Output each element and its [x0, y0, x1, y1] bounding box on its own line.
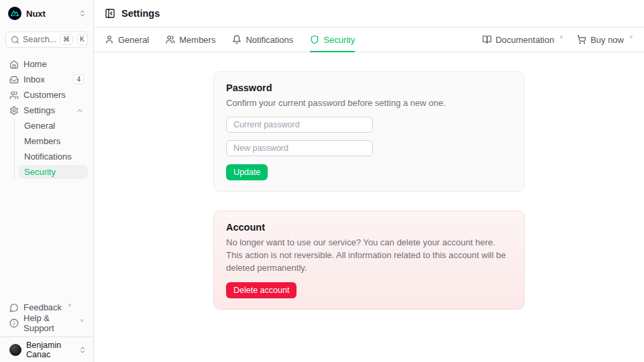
- external-link-icon: [67, 303, 72, 308]
- user-name: Benjamin Canac: [26, 341, 74, 359]
- info-icon: [9, 318, 19, 328]
- users-icon: [9, 90, 19, 100]
- book-open-icon: [482, 35, 492, 44]
- shopping-cart-icon: [577, 35, 586, 44]
- panel-left-close-icon[interactable]: [105, 8, 115, 19]
- sidebar-item-general[interactable]: General: [19, 119, 88, 133]
- sidebar-item-settings[interactable]: Settings: [5, 103, 88, 117]
- settings-tabs: General Members Notifications Security D…: [94, 27, 644, 52]
- new-password-field[interactable]: [226, 140, 373, 156]
- toolbar-actions: Documentation Buy now: [482, 35, 633, 45]
- sidebar-item-inbox[interactable]: Inbox 4: [5, 72, 88, 86]
- card-title: Account: [226, 222, 512, 233]
- tab-general[interactable]: General: [105, 27, 149, 52]
- kbd-k: K: [76, 34, 88, 45]
- sidebar-item-label: General: [24, 121, 55, 131]
- card-description: Confirm your current password before set…: [226, 97, 512, 109]
- sidebar-item-label: Settings: [23, 105, 71, 115]
- users-icon: [166, 35, 175, 44]
- sidebar: Nuxt Search... ⌘ K Home Inbox 4 Customer…: [0, 0, 94, 362]
- tab-label: General: [118, 35, 149, 45]
- page-header: Settings: [94, 0, 644, 27]
- external-link-icon: [559, 35, 564, 40]
- tab-notifications[interactable]: Notifications: [232, 27, 293, 52]
- tab-label: Members: [179, 35, 215, 45]
- home-icon: [9, 60, 19, 69]
- message-circle-icon: [9, 303, 19, 312]
- sidebar-item-label: Inbox: [23, 74, 68, 84]
- user-icon: [105, 35, 114, 44]
- chevrons-up-down-icon: [78, 9, 87, 17]
- workspace-name: Nuxt: [26, 9, 46, 19]
- bell-icon: [232, 35, 241, 44]
- kbd-meta: ⌘: [60, 34, 73, 45]
- sidebar-item-label: Security: [24, 167, 56, 177]
- settings-security-panel: Password Confirm your current password b…: [94, 52, 644, 362]
- action-label: Documentation: [496, 35, 554, 45]
- current-password-field[interactable]: [226, 117, 373, 133]
- chevron-up-icon: [76, 107, 84, 115]
- sidebar-item-label: Notifications: [24, 152, 72, 162]
- sidebar-item-customers[interactable]: Customers: [5, 88, 88, 102]
- foot-link-label: Feedback: [23, 302, 62, 312]
- delete-account-card: Account No longer want to use our servic…: [213, 210, 525, 310]
- sidebar-item-home[interactable]: Home: [5, 57, 88, 71]
- documentation-link[interactable]: Documentation: [482, 35, 564, 45]
- main-area: Settings General Members Notifications S…: [94, 0, 644, 362]
- external-link-icon: [79, 318, 84, 323]
- card-description: No longer want to use our service? You c…: [226, 236, 512, 274]
- tab-members[interactable]: Members: [166, 27, 215, 52]
- gear-icon: [9, 106, 19, 115]
- tab-label: Notifications: [246, 35, 293, 45]
- inbox-count-badge: 4: [73, 74, 84, 84]
- inbox-icon: [9, 75, 19, 84]
- page-title: Settings: [121, 8, 160, 19]
- search-input[interactable]: Search... ⌘ K: [5, 32, 88, 48]
- tab-security[interactable]: Security: [310, 27, 355, 52]
- external-link-icon: [629, 35, 633, 40]
- settings-sub-nav: General Members Notifications Security: [14, 119, 88, 179]
- help-support-link[interactable]: Help & Support: [5, 316, 88, 330]
- sidebar-item-security[interactable]: Security: [19, 165, 88, 179]
- search-icon: [11, 36, 19, 44]
- search-placeholder: Search...: [23, 35, 56, 44]
- workspace-switcher[interactable]: Nuxt: [0, 0, 93, 27]
- sidebar-nav: Home Inbox 4 Customers Settings General …: [0, 54, 93, 180]
- foot-link-label: Help & Support: [23, 313, 74, 333]
- buy-now-link[interactable]: Buy now: [577, 35, 633, 45]
- update-password-button[interactable]: Update: [226, 164, 268, 180]
- action-label: Buy now: [590, 35, 624, 45]
- sidebar-item-label: Customers: [23, 90, 84, 100]
- sidebar-item-notifications[interactable]: Notifications: [19, 149, 88, 164]
- tab-label: Security: [323, 35, 355, 45]
- user-menu[interactable]: Benjamin Canac: [0, 337, 93, 362]
- sidebar-item-label: Home: [23, 59, 84, 69]
- nuxt-logo-icon: [8, 7, 21, 20]
- sidebar-footer: Feedback Help & Support: [0, 300, 93, 337]
- shield-icon: [310, 35, 319, 44]
- avatar: [9, 344, 21, 356]
- card-title: Password: [226, 82, 512, 93]
- delete-account-button[interactable]: Delete account: [226, 282, 297, 298]
- sidebar-item-label: Members: [24, 136, 60, 146]
- chevrons-up-down-icon: [78, 346, 87, 354]
- password-card: Password Confirm your current password b…: [213, 71, 525, 192]
- sidebar-item-members[interactable]: Members: [19, 134, 88, 148]
